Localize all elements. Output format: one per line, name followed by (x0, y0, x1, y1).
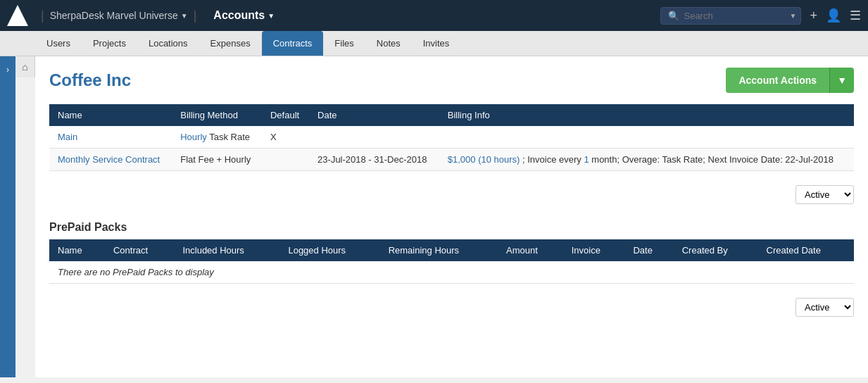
pp-col-logged-hours: Logged Hours (279, 239, 379, 261)
account-actions-button[interactable]: Account Actions (726, 68, 829, 93)
col-billing-method: Billing Method (172, 104, 262, 126)
logo-icon[interactable] (7, 5, 28, 26)
prepaid-no-data-cell: There are no PrePaid Packs to display (49, 261, 854, 284)
app-name[interactable]: SherpaDesk Marvel Universe ▼ (50, 10, 188, 21)
prepaid-no-data-row: There are no PrePaid Packs to display (49, 261, 854, 284)
col-billing-info: Billing Info (439, 104, 854, 126)
table-row: Main Hourly Task Rate X (49, 126, 854, 149)
contracts-table-header: Name Billing Method Default Date Billing… (49, 104, 854, 126)
search-bar[interactable]: 🔍 ▼ (660, 7, 801, 25)
row-billing-info (439, 126, 854, 149)
tab-locations[interactable]: Locations (137, 31, 199, 56)
account-actions-caret-icon: ▼ (837, 75, 847, 86)
sidebar-chevron-icon: › (6, 65, 9, 75)
billing-method-text-2: Flat Fee + Hourly (180, 154, 251, 165)
pp-col-created-by: Created By (674, 239, 758, 261)
contract-link-2[interactable]: Monthly Service Contract (58, 154, 160, 165)
account-actions-caret-button[interactable]: ▼ (829, 68, 854, 93)
accounts-nav[interactable]: Accounts ▼ (213, 9, 275, 22)
billing-freq-link[interactable]: 1 (584, 154, 589, 165)
billing-info-text: ; Invoice every (522, 154, 584, 165)
account-header: Coffee Inc Account Actions ▼ (49, 68, 854, 93)
prepaid-filter-row: Active Inactive All (49, 292, 854, 322)
row-billing-method: Hourly Task Rate (172, 126, 262, 149)
prepaid-table-header: Name Contract Included Hours Logged Hour… (49, 239, 854, 261)
tab-contracts[interactable]: Contracts (262, 31, 324, 56)
main-content: Coffee Inc Account Actions ▼ Name Billin… (35, 56, 868, 377)
tab-users[interactable]: Users (35, 31, 82, 56)
tab-expenses[interactable]: Expenses (199, 31, 262, 56)
nav-icons: + 👤 ☰ (810, 8, 861, 23)
prepaid-filter-select[interactable]: Active Inactive All (795, 298, 854, 317)
col-date: Date (309, 104, 439, 126)
pp-col-created-date: Created Date (758, 239, 854, 261)
account-actions-group: Account Actions ▼ (726, 68, 854, 93)
tab-files[interactable]: Files (323, 31, 365, 56)
table-row: Monthly Service Contract Flat Fee + Hour… (49, 149, 854, 171)
page-body: › ⌂ Coffee Inc Account Actions ▼ Name Bi… (0, 56, 868, 377)
sub-nav: Users Projects Locations Expenses Contra… (0, 31, 868, 56)
app-name-label: SherpaDesk Marvel Universe (50, 10, 178, 21)
account-title: Coffee Inc (49, 70, 131, 90)
row-default-2 (262, 149, 309, 171)
billing-method-text: Task Rate (209, 132, 250, 142)
contract-link[interactable]: Main (58, 132, 77, 142)
prepaid-table-body: There are no PrePaid Packs to display (49, 261, 854, 284)
billing-info-text2: month; Overage: Task Rate; Next Invoice … (591, 154, 834, 165)
prepaid-section-title: PrePaid Packs (49, 221, 854, 234)
sidebar-sub-icon: ⌂ (22, 61, 27, 73)
accounts-label: Accounts (213, 9, 265, 22)
nav-divider2: | (194, 8, 197, 23)
menu-icon[interactable]: ☰ (850, 8, 861, 23)
accounts-caret-icon: ▼ (268, 12, 275, 20)
sidebar-icon-area: ⌂ (15, 56, 35, 77)
contracts-filter-select[interactable]: Active Inactive All (795, 185, 854, 204)
billing-info-link[interactable]: $1,000 (10 hours) (448, 154, 520, 165)
col-default: Default (262, 104, 309, 126)
row-date (309, 126, 439, 149)
col-name: Name (49, 104, 172, 126)
row-billing-method-2: Flat Fee + Hourly (172, 149, 262, 171)
search-input[interactable] (684, 11, 789, 21)
nav-divider: | (41, 8, 44, 23)
contracts-table: Name Billing Method Default Date Billing… (49, 104, 854, 171)
app-name-caret-icon: ▼ (181, 12, 188, 20)
prepaid-table: Name Contract Included Hours Logged Hour… (49, 239, 854, 284)
row-name: Monthly Service Contract (49, 149, 172, 171)
top-nav: | SherpaDesk Marvel Universe ▼ | Account… (0, 0, 868, 31)
pp-col-remaining-hours: Remaining Hours (380, 239, 498, 261)
search-icon: 🔍 (668, 11, 679, 21)
search-caret-icon: ▼ (789, 12, 796, 20)
sidebar-toggle[interactable]: › (0, 56, 15, 377)
row-billing-info-2: $1,000 (10 hours) ; Invoice every 1 mont… (439, 149, 854, 171)
pp-col-invoice: Invoice (563, 239, 625, 261)
billing-hourly-link[interactable]: Hourly (180, 132, 207, 142)
tab-projects[interactable]: Projects (82, 31, 137, 56)
tab-notes[interactable]: Notes (365, 31, 412, 56)
tab-invites[interactable]: Invites (412, 31, 461, 56)
pp-col-date: Date (624, 239, 673, 261)
contracts-filter-row: Active Inactive All (49, 180, 854, 210)
pp-col-included-hours: Included Hours (174, 239, 279, 261)
contracts-table-body: Main Hourly Task Rate X Monthly Service … (49, 126, 854, 171)
row-date-2: 23-Jul-2018 - 31-Dec-2018 (309, 149, 439, 171)
pp-col-amount: Amount (498, 239, 563, 261)
row-name: Main (49, 126, 172, 149)
pp-col-name: Name (49, 239, 105, 261)
row-default: X (262, 126, 309, 149)
user-icon[interactable]: 👤 (826, 8, 841, 23)
pp-col-contract: Contract (105, 239, 174, 261)
add-icon[interactable]: + (810, 8, 817, 23)
